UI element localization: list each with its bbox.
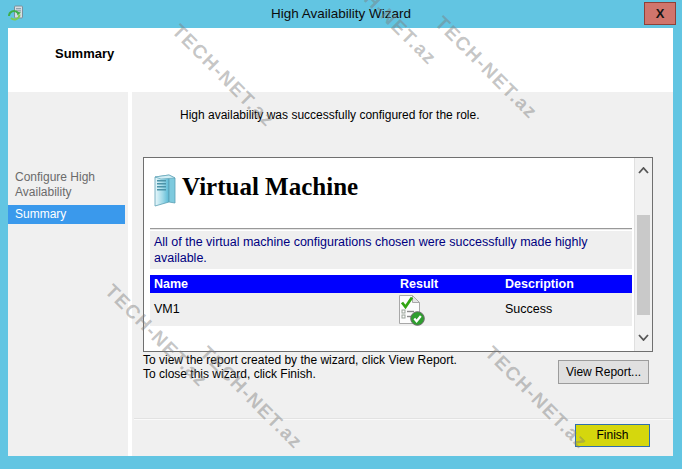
column-header-name: Name: [154, 275, 188, 293]
scrollbar-thumb[interactable]: [637, 215, 650, 315]
table-row: VM1 Success: [150, 293, 632, 326]
row-description: Success: [505, 293, 552, 326]
report-title: Virtual Machine: [182, 173, 358, 201]
scroll-up-icon[interactable]: [635, 158, 652, 184]
virtual-machine-server-icon: [152, 173, 178, 213]
report-scrollbar[interactable]: [634, 158, 652, 351]
column-header-description: Description: [505, 275, 574, 293]
wizard-body: Summary Configure High Availability Summ…: [8, 28, 673, 456]
titlebar[interactable]: High Availability Wizard X: [0, 0, 682, 28]
status-text: High availability was successfully confi…: [180, 108, 479, 122]
sidebar-item-summary[interactable]: Summary: [8, 205, 125, 224]
page-title: Summary: [55, 46, 114, 61]
close-button[interactable]: X: [644, 2, 676, 25]
report-panel: Virtual Machine All of the virtual machi…: [143, 157, 653, 352]
report-table-header: Name Result Description: [150, 275, 632, 293]
footer-note-line2: To close this wizard, click Finish.: [143, 367, 316, 381]
finish-button[interactable]: Finish: [575, 424, 650, 447]
wizard-header: Summary: [8, 28, 673, 92]
sidebar-item-configure-high-availability[interactable]: Configure High Availability: [8, 168, 125, 202]
report-divider: [150, 228, 632, 230]
window-title: High Availability Wizard: [0, 0, 682, 28]
report-success-icon: [398, 294, 425, 331]
report-description: All of the virtual machine configuration…: [150, 231, 632, 269]
sidebar-divider: [128, 92, 132, 456]
footer-separator: [134, 418, 673, 420]
footer-note-line1: To view the report created by the wizard…: [143, 353, 457, 367]
high-availability-wizard-window: High Availability Wizard X Summary Confi…: [0, 0, 682, 469]
row-name: VM1: [154, 293, 180, 326]
wizard-steps-sidebar: Configure High Availability Summary: [8, 92, 128, 456]
scroll-down-icon[interactable]: [635, 325, 652, 351]
view-report-button[interactable]: View Report...: [558, 360, 649, 384]
column-header-result: Result: [400, 275, 438, 293]
